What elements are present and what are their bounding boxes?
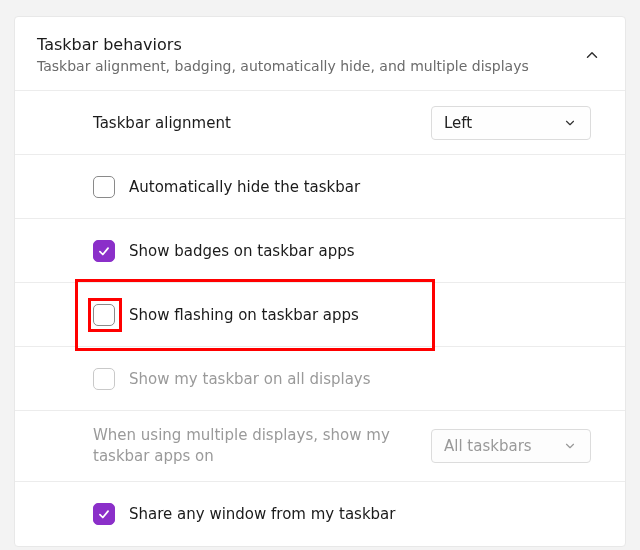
chevron-down-icon	[562, 115, 578, 131]
multidisplay-value: All taskbars	[444, 437, 532, 455]
row-badges[interactable]: Show badges on taskbar apps	[15, 219, 625, 283]
row-flashing[interactable]: Show flashing on taskbar apps	[15, 283, 625, 347]
taskbar-alignment-value: Left	[444, 114, 472, 132]
row-taskbar-alignment: Taskbar alignment Left	[15, 91, 625, 155]
row-autohide[interactable]: Automatically hide the taskbar	[15, 155, 625, 219]
taskbar-behaviors-panel: Taskbar behaviors Taskbar alignment, bad…	[14, 16, 626, 547]
multidisplay-select: All taskbars	[431, 429, 591, 463]
row-shareany[interactable]: Share any window from my taskbar	[15, 482, 625, 546]
label-shareany: Share any window from my taskbar	[129, 505, 395, 523]
checkbox-shareany[interactable]	[93, 503, 115, 525]
checkbox-alldisplays	[93, 368, 115, 390]
chevron-down-icon	[562, 438, 578, 454]
panel-title: Taskbar behaviors	[37, 35, 529, 54]
checkbox-autohide[interactable]	[93, 176, 115, 198]
label-multidisplay: When using multiple displays, show my ta…	[93, 425, 393, 467]
label-alldisplays: Show my taskbar on all displays	[129, 370, 371, 388]
label-badges: Show badges on taskbar apps	[129, 242, 355, 260]
checkbox-flashing[interactable]	[93, 304, 115, 326]
checkbox-badges[interactable]	[93, 240, 115, 262]
label-flashing: Show flashing on taskbar apps	[129, 306, 359, 324]
label-taskbar-alignment: Taskbar alignment	[93, 114, 231, 132]
label-autohide: Automatically hide the taskbar	[129, 178, 360, 196]
row-alldisplays: Show my taskbar on all displays	[15, 347, 625, 411]
chevron-up-icon[interactable]	[581, 44, 603, 66]
panel-header[interactable]: Taskbar behaviors Taskbar alignment, bad…	[15, 17, 625, 91]
taskbar-alignment-select[interactable]: Left	[431, 106, 591, 140]
row-multidisplay: When using multiple displays, show my ta…	[15, 411, 625, 482]
panel-subtitle: Taskbar alignment, badging, automaticall…	[37, 58, 529, 74]
